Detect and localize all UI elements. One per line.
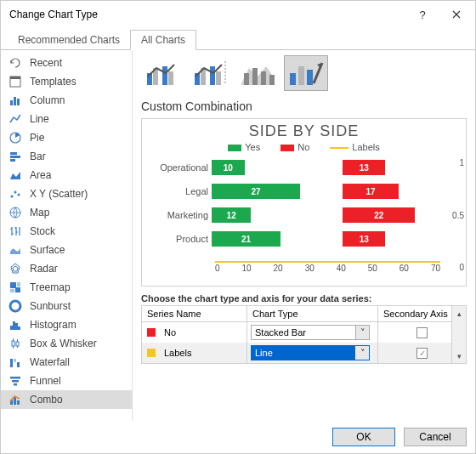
tab-recommended[interactable]: Recommended Charts — [8, 31, 130, 49]
sidebar-item-label: Templates — [30, 76, 76, 88]
bar-yes: 12 — [212, 207, 251, 223]
svg-rect-6 — [10, 152, 17, 155]
svg-rect-27 — [17, 362, 20, 367]
subtype-clustered-column-line[interactable] — [141, 55, 185, 91]
sidebar-item-waterfall[interactable]: Waterfall — [1, 353, 132, 372]
svg-rect-23 — [12, 341, 14, 346]
svg-rect-44 — [252, 68, 258, 85]
series-grid-header: Series Name Chart Type Secondary Axis — [142, 306, 466, 322]
scroll-up-icon[interactable]: ▴ — [452, 306, 466, 321]
svg-rect-22 — [18, 326, 20, 330]
chart-type-dropdown[interactable]: Line ˅ — [251, 345, 370, 360]
sidebar-item-stock[interactable]: Stock — [1, 222, 132, 241]
x-tick: 40 — [337, 264, 346, 273]
series-row-no[interactable]: No Stacked Bar ˅ — [142, 322, 466, 343]
bar-no: 13 — [343, 160, 385, 175]
scroll-down-icon[interactable]: ▾ — [452, 349, 466, 363]
chevron-down-icon: ˅ — [355, 346, 369, 360]
sidebar-item-label: Surface — [30, 244, 65, 256]
series-row-labels[interactable]: Labels Line ˅ ✓ — [142, 343, 466, 363]
chart-type-dropdown[interactable]: Stacked Bar ˅ — [251, 325, 370, 340]
bar-yes: 27 — [212, 184, 300, 199]
x-tick: 50 — [368, 264, 377, 273]
category-label: Product — [147, 234, 212, 244]
svg-rect-8 — [10, 159, 15, 162]
titlebar: Change Chart Type ? — [1, 1, 475, 28]
sidebar-item-label: Area — [30, 169, 51, 181]
sidebar-item-pie[interactable]: Pie — [1, 128, 132, 147]
col-header-name: Series Name — [142, 306, 247, 321]
dialog-title: Change Chart Type — [9, 9, 405, 20]
svg-rect-14 — [17, 282, 20, 287]
dialog-body: Recent Templates Column Line Pie Bar Are… — [1, 50, 475, 421]
sidebar-item-label: Recent — [30, 57, 62, 69]
svg-rect-40 — [210, 66, 215, 85]
svg-rect-25 — [10, 359, 13, 367]
sidebar-item-surface[interactable]: Surface — [1, 241, 132, 259]
secondary-axis-checkbox[interactable]: ✓ — [416, 348, 428, 359]
x-tick: 0 — [215, 264, 220, 273]
svg-rect-26 — [14, 359, 16, 362]
svg-rect-21 — [15, 323, 18, 330]
series-scrollbar[interactable]: ▴ ▾ — [451, 306, 466, 363]
sidebar-item-label: Column — [30, 94, 65, 106]
svg-rect-3 — [14, 97, 16, 105]
svg-rect-19 — [10, 326, 13, 330]
labels-line — [215, 261, 440, 263]
series-color-swatch — [147, 328, 156, 337]
bar-no: 22 — [343, 207, 415, 223]
sidebar-item-treemap[interactable]: Treemap — [1, 278, 132, 297]
sidebar-item-boxwhisker[interactable]: Box & Whisker — [1, 334, 132, 353]
series-prompt: Choose the chart type and axis for your … — [141, 293, 467, 304]
svg-rect-32 — [14, 397, 16, 405]
chart-title: SIDE BY SIDE — [147, 122, 461, 140]
category-label: Legal — [147, 186, 212, 196]
help-button[interactable]: ? — [405, 1, 439, 28]
svg-rect-24 — [16, 342, 19, 346]
secondary-axis-checkbox[interactable] — [416, 327, 428, 338]
subtype-stacked-area-column[interactable] — [236, 55, 280, 91]
chart-type-list: Recent Templates Column Line Pie Bar Are… — [1, 50, 133, 421]
sidebar-item-sunburst[interactable]: Sunburst — [1, 297, 132, 315]
bar-yes: 21 — [212, 231, 280, 247]
area-icon — [8, 167, 23, 183]
legend-yes: Yes — [228, 142, 260, 152]
sidebar-item-recent[interactable]: Recent — [1, 54, 132, 72]
x-tick: 60 — [400, 264, 409, 273]
sidebar-item-label: X Y (Scatter) — [30, 188, 88, 200]
svg-rect-46 — [269, 75, 275, 85]
legend-no: No — [280, 142, 309, 152]
subtype-clustered-column-line-secondary[interactable] — [189, 55, 233, 91]
chart-legend: Yes No Labels — [147, 142, 461, 152]
cancel-button[interactable]: Cancel — [404, 428, 467, 446]
sidebar-item-area[interactable]: Area — [1, 166, 132, 184]
sidebar-item-label: Combo — [30, 394, 63, 406]
sidebar-item-histogram[interactable]: Histogram — [1, 315, 132, 334]
tab-all-charts[interactable]: All Charts — [130, 30, 196, 50]
category-label: Marketing — [147, 210, 212, 220]
subtype-custom-combination[interactable] — [284, 55, 328, 91]
sidebar-item-column[interactable]: Column — [1, 91, 132, 110]
bar-no: 13 — [343, 231, 385, 247]
scatter-icon — [8, 186, 23, 201]
svg-rect-20 — [13, 321, 15, 330]
close-button[interactable] — [439, 1, 473, 28]
svg-point-11 — [18, 194, 20, 196]
sidebar-item-funnel[interactable]: Funnel — [1, 372, 132, 390]
chart-row: Legal2717 — [147, 179, 461, 203]
svg-rect-47 — [290, 73, 296, 85]
sidebar-item-scatter[interactable]: X Y (Scatter) — [1, 184, 132, 203]
sidebar-item-combo[interactable]: Combo — [1, 390, 132, 409]
sidebar-item-radar[interactable]: Radar — [1, 259, 132, 278]
recent-icon — [8, 55, 23, 71]
svg-rect-43 — [244, 73, 249, 85]
svg-rect-45 — [261, 71, 266, 85]
chart-row: Marketing1222 — [147, 203, 461, 227]
sidebar-item-line[interactable]: Line — [1, 110, 132, 128]
chart-plot-area: Operational1013Legal2717Marketing1222Pro… — [147, 156, 461, 275]
sidebar-item-bar[interactable]: Bar — [1, 147, 132, 166]
sidebar-item-map[interactable]: Map — [1, 203, 132, 222]
col-header-type: Chart Type — [247, 306, 378, 321]
sidebar-item-templates[interactable]: Templates — [1, 72, 132, 91]
ok-button[interactable]: OK — [332, 428, 395, 446]
